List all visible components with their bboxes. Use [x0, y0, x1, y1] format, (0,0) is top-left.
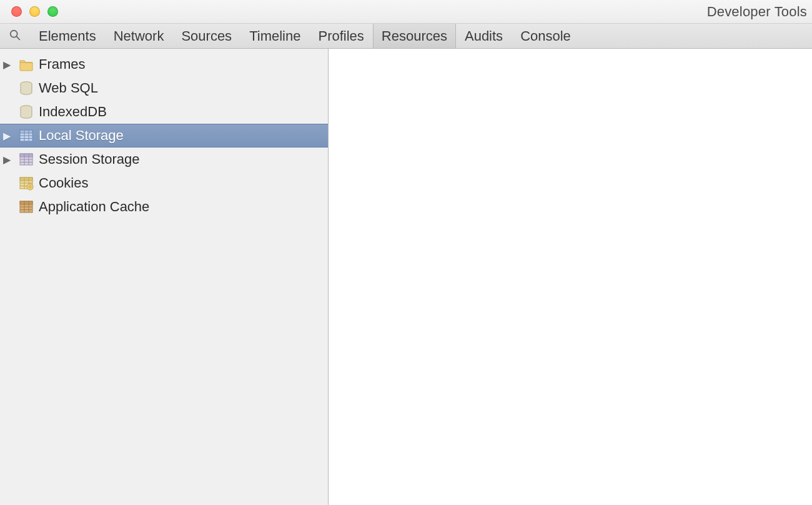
window-title: Developer Tools — [707, 4, 807, 20]
tab-label: Console — [520, 28, 571, 44]
zoom-window-button[interactable] — [47, 6, 58, 17]
disclosure-triangle-icon[interactable]: ▶ — [0, 130, 14, 142]
tree-item-label: Application Cache — [39, 199, 149, 215]
folder-icon — [19, 57, 34, 72]
tab-resources[interactable]: Resources — [373, 24, 456, 48]
tab-network[interactable]: Network — [105, 24, 173, 48]
window-controls — [0, 6, 58, 17]
tab-label: Resources — [382, 28, 447, 44]
inspect-search-button[interactable] — [0, 24, 30, 48]
disclosure-triangle-icon[interactable]: ▶ — [0, 154, 14, 166]
tab-label: Audits — [465, 28, 503, 44]
database-icon — [19, 104, 34, 119]
tree-item-frames[interactable]: ▶ Frames — [0, 52, 328, 76]
tree-item-label: Cookies — [39, 175, 88, 191]
tab-label: Elements — [39, 28, 96, 44]
titlebar: Developer Tools — [0, 0, 812, 24]
tree-item-session-storage[interactable]: ▶ Session Storage — [0, 148, 328, 171]
tree-item-label: Local Storage — [39, 128, 124, 144]
tree-item-indexeddb[interactable]: ▶ IndexedDB — [0, 100, 328, 124]
search-icon — [9, 29, 21, 44]
table-icon — [19, 199, 34, 214]
tab-timeline[interactable]: Timeline — [240, 24, 309, 48]
database-icon — [19, 81, 34, 96]
tab-label: Sources — [181, 28, 232, 44]
tab-audits[interactable]: Audits — [456, 24, 512, 48]
table-icon — [19, 128, 34, 143]
panel-tabbar: Elements Network Sources Timeline Profil… — [0, 24, 812, 49]
tab-console[interactable]: Console — [512, 24, 580, 48]
minimize-window-button[interactable] — [29, 6, 40, 17]
resources-content-pane — [329, 49, 812, 505]
tab-label: Timeline — [249, 28, 300, 44]
cookies-icon — [19, 176, 34, 191]
tree-item-label: Session Storage — [39, 151, 139, 168]
tree-item-label: Web SQL — [39, 80, 98, 96]
tab-label: Network — [114, 28, 164, 44]
tab-label: Profiles — [318, 28, 364, 44]
close-window-button[interactable] — [11, 6, 22, 17]
tab-sources[interactable]: Sources — [172, 24, 240, 48]
disclosure-triangle-icon[interactable]: ▶ — [0, 59, 14, 71]
table-icon — [19, 152, 34, 167]
resources-sidebar: ▶ Frames ▶ Web SQL ▶ IndexedDB ▶ Local S… — [0, 49, 329, 505]
tree-item-label: Frames — [39, 56, 86, 72]
tree-item-web-sql[interactable]: ▶ Web SQL — [0, 76, 328, 100]
tab-profiles[interactable]: Profiles — [309, 24, 372, 48]
tree-item-cookies[interactable]: ▶ Cookies — [0, 171, 328, 195]
tree-item-local-storage[interactable]: ▶ Local Storage — [0, 124, 328, 148]
tree-item-application-cache[interactable]: ▶ Application Cache — [0, 195, 328, 219]
resources-tree: ▶ Frames ▶ Web SQL ▶ IndexedDB ▶ Local S… — [0, 49, 328, 219]
tree-item-label: IndexedDB — [39, 104, 107, 120]
tab-elements[interactable]: Elements — [30, 24, 105, 48]
